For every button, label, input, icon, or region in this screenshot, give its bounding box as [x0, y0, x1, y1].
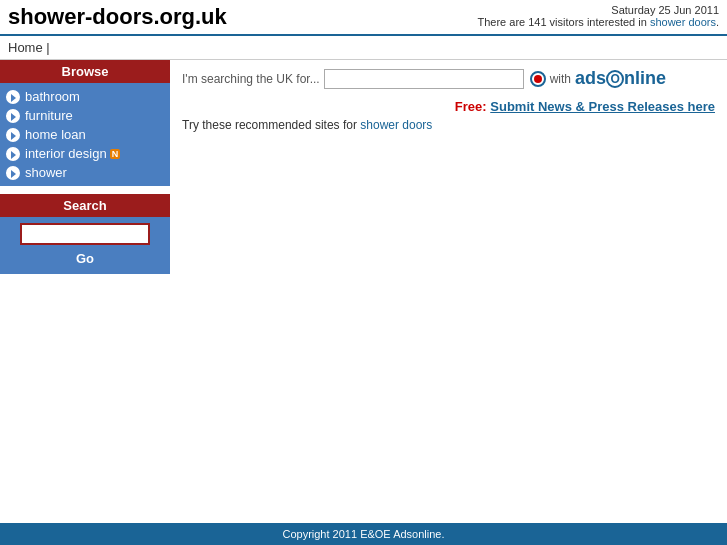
sidebar-item-label-bathroom: bathroom: [25, 89, 80, 104]
nline-text: nline: [624, 68, 666, 88]
sidebar: Browse bathroom furniture home loan inte…: [0, 60, 170, 523]
sidebar-item-interiordesign[interactable]: interior design N: [0, 144, 170, 163]
search-bar-label: I'm searching the UK for...: [182, 72, 320, 86]
try-link[interactable]: shower doors: [360, 118, 432, 132]
site-header: shower-doors.org.uk Saturday 25 Jun 2011…: [0, 0, 727, 36]
sidebar-item-label-homeloan: home loan: [25, 127, 86, 142]
sidebar-item-shower[interactable]: shower: [0, 163, 170, 182]
arrow-icon-bathroom: [6, 90, 20, 104]
site-title: shower-doors.org.uk: [8, 4, 227, 30]
arrow-icon-homeloan: [6, 128, 20, 142]
date-text: Saturday 25 Jun 2011: [611, 4, 719, 16]
main-layout: Browse bathroom furniture home loan inte…: [0, 60, 727, 523]
arrow-icon-furniture: [6, 109, 20, 123]
search-box-area: Go: [0, 217, 170, 274]
search-bar-row: I'm searching the UK for... with adsOnli…: [182, 68, 715, 89]
ads-online-logo: adsOnline: [575, 68, 666, 89]
sidebar-item-bathroom[interactable]: bathroom: [0, 87, 170, 106]
visitors-text: There are 141 visitors interested in: [477, 16, 649, 28]
search-header: Search: [0, 194, 170, 217]
sidebar-item-furniture[interactable]: furniture: [0, 106, 170, 125]
visitors-link[interactable]: shower doors: [650, 16, 716, 28]
search-input[interactable]: [20, 223, 150, 245]
sidebar-item-label-interiordesign: interior design: [25, 146, 107, 161]
radio-area: with adsOnline: [530, 68, 666, 89]
browse-list: bathroom furniture home loan interior de…: [0, 83, 170, 186]
home-link[interactable]: Home: [8, 40, 43, 55]
arrow-icon-shower: [6, 166, 20, 180]
browse-header: Browse: [0, 60, 170, 83]
radio-button[interactable]: [530, 71, 546, 87]
uk-search-input[interactable]: [324, 69, 524, 89]
sidebar-item-label-furniture: furniture: [25, 108, 73, 123]
content-area: I'm searching the UK for... with adsOnli…: [170, 60, 727, 523]
header-info: Saturday 25 Jun 2011 There are 141 visit…: [477, 4, 719, 28]
try-row: Try these recommended sites for shower d…: [182, 118, 715, 132]
press-area: Free: Submit News & Press Releases here: [182, 99, 715, 114]
go-button[interactable]: Go: [20, 249, 150, 268]
sidebar-item-label-shower: shower: [25, 165, 67, 180]
press-link[interactable]: Submit News & Press Releases here: [490, 99, 715, 114]
copyright-text: Copyright 2011 E&OE Adsonline.: [282, 528, 444, 540]
ads-text: ads: [575, 68, 606, 88]
with-label: with: [550, 72, 571, 86]
o-circle: O: [606, 70, 624, 88]
nav-separator: |: [46, 40, 49, 55]
visitors-suffix: .: [716, 16, 719, 28]
new-badge: N: [110, 149, 121, 159]
sidebar-item-homeloan[interactable]: home loan: [0, 125, 170, 144]
try-label: Try these recommended sites for: [182, 118, 360, 132]
nav-bar: Home |: [0, 36, 727, 60]
arrow-icon-interiordesign: [6, 147, 20, 161]
press-free-label: Free:: [455, 99, 487, 114]
site-footer: Copyright 2011 E&OE Adsonline.: [0, 523, 727, 545]
